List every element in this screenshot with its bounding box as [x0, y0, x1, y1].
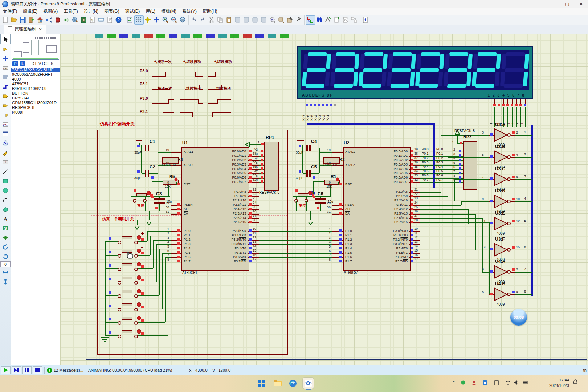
terminal-icon[interactable]: [1, 101, 10, 110]
wire-segment[interactable]: [259, 249, 332, 249]
tray-expand-icon[interactable]: ⌃: [452, 380, 456, 385]
new-sheet-icon[interactable]: [332, 16, 341, 24]
device-item[interactable]: B45196H1106K109: [11, 86, 60, 91]
wire-segment[interactable]: [145, 201, 146, 211]
wire-segment[interactable]: [149, 211, 150, 220]
help-icon[interactable]: ?: [114, 16, 123, 24]
device-item[interactable]: 9C08052A1002FKHFT: [11, 72, 60, 77]
wire-segment[interactable]: [156, 244, 157, 282]
remove-sheet-icon[interactable]: [341, 16, 350, 24]
wire-segment[interactable]: [142, 148, 145, 148]
zoom-out-icon[interactable]: [170, 16, 179, 24]
wire-segment[interactable]: [303, 148, 306, 148]
junction-icon[interactable]: [1, 54, 10, 63]
button-contact[interactable]: [118, 266, 122, 273]
circle-icon[interactable]: [1, 186, 10, 195]
device-item[interactable]: [4008]: [11, 110, 60, 115]
menu-item-4[interactable]: 设计(N): [81, 8, 102, 15]
device-item[interactable]: GRM1555C1H300JZ01D: [11, 101, 60, 105]
block-delete-icon[interactable]: [260, 16, 268, 24]
tray-phone-icon[interactable]: [494, 380, 499, 387]
copy-icon[interactable]: [216, 16, 225, 24]
taskbar-clock[interactable]: 17:44 2024/10/23: [549, 377, 569, 388]
schematic-overview-thumbnail[interactable]: [12, 35, 59, 60]
mirror-h-icon[interactable]: [1, 268, 10, 277]
tab-schematic-capture[interactable]: 原理图绘制 ✕: [4, 25, 46, 34]
tray-blue-app-icon[interactable]: [483, 380, 487, 386]
simulation-time-bubble[interactable]: 00:08: [510, 309, 527, 326]
wire-segment[interactable]: [420, 182, 433, 183]
message-count[interactable]: 12 Message(s)...: [54, 368, 83, 372]
menu-item-0[interactable]: 文件(F): [0, 8, 20, 15]
inverter-symbol-U3:D[interactable]: [494, 194, 511, 210]
button-contact[interactable]: [118, 334, 122, 340]
wire-label-icon[interactable]: LBL: [1, 63, 10, 72]
device-item[interactable]: AT89C51: [11, 82, 60, 86]
notification-bell-icon[interactable]: [573, 379, 578, 386]
wire-segment[interactable]: [141, 145, 142, 173]
start-button[interactable]: [256, 378, 267, 389]
pan-icon[interactable]: [152, 16, 161, 24]
wire-segment[interactable]: [105, 335, 118, 336]
subcircuit-icon[interactable]: [1, 91, 10, 101]
wire-segment[interactable]: [454, 179, 455, 201]
wire-segment[interactable]: [105, 268, 118, 269]
menu-item-9[interactable]: 系统(Y): [179, 8, 200, 15]
wire-segment[interactable]: [149, 148, 158, 148]
wire-segment[interactable]: [457, 135, 458, 144]
library-button[interactable]: L: [20, 61, 25, 66]
popup-icon[interactable]: [1, 129, 10, 138]
button-contact[interactable]: [118, 280, 122, 286]
wire-autorouter-icon[interactable]: [306, 15, 315, 25]
wire-segment[interactable]: [515, 224, 532, 224]
wire-segment[interactable]: [259, 262, 332, 262]
menu-item-3[interactable]: 工具(T): [61, 8, 81, 15]
wire-segment[interactable]: [448, 157, 448, 196]
wire-segment[interactable]: [147, 231, 148, 241]
menu-item-6[interactable]: 调试(D): [122, 8, 143, 15]
box-icon[interactable]: [1, 176, 10, 185]
wire-segment[interactable]: [420, 192, 441, 193]
tab-close-icon[interactable]: ✕: [38, 27, 42, 32]
bom-icon[interactable]: $: [88, 16, 97, 24]
wire-segment[interactable]: [507, 99, 508, 104]
decompose-icon[interactable]: [294, 16, 303, 24]
wire-segment[interactable]: [138, 295, 159, 296]
wire-segment[interactable]: [168, 262, 168, 335]
wire-segment[interactable]: [171, 152, 181, 153]
wire-segment[interactable]: [159, 249, 160, 295]
wire-segment[interactable]: [461, 201, 489, 202]
wire-segment[interactable]: [468, 209, 469, 224]
block-copy-icon[interactable]: [233, 16, 242, 24]
wire-segment[interactable]: [475, 214, 476, 250]
volume-icon[interactable]: [514, 380, 519, 386]
wire-segment[interactable]: [307, 99, 307, 104]
device-item[interactable]: RESPACK-8: [11, 105, 60, 110]
component-mode-icon[interactable]: [45, 16, 53, 24]
wire-segment[interactable]: [138, 255, 150, 256]
tray-person-icon[interactable]: [472, 380, 477, 386]
probe-icon[interactable]: [1, 148, 10, 157]
rotation-angle-field[interactable]: 0: [0, 261, 11, 267]
calculator-icon[interactable]: [97, 16, 106, 24]
wire-segment[interactable]: [454, 179, 489, 180]
wire-segment[interactable]: [420, 218, 482, 219]
wire-segment[interactable]: [142, 173, 145, 174]
wire-segment[interactable]: [165, 257, 166, 322]
report-icon[interactable]: [106, 16, 114, 24]
respack-RP1[interactable]: [264, 142, 279, 191]
device-pin-icon[interactable]: [1, 110, 10, 119]
maximize-button[interactable]: ▢: [560, 0, 574, 8]
inverter-symbol-U3:F[interactable]: [494, 242, 511, 258]
wire-segment[interactable]: [420, 201, 454, 201]
wire-segment[interactable]: [159, 204, 160, 211]
wire-segment[interactable]: [259, 253, 332, 254]
graph-icon[interactable]: [1, 120, 10, 129]
origin-icon[interactable]: [144, 16, 152, 24]
wire-segment[interactable]: [150, 236, 151, 255]
wire-segment[interactable]: [327, 99, 327, 104]
wire-segment[interactable]: [512, 99, 513, 104]
wire-segment[interactable]: [176, 182, 177, 185]
minimize-button[interactable]: –: [547, 0, 560, 8]
wire-segment[interactable]: [138, 335, 168, 336]
